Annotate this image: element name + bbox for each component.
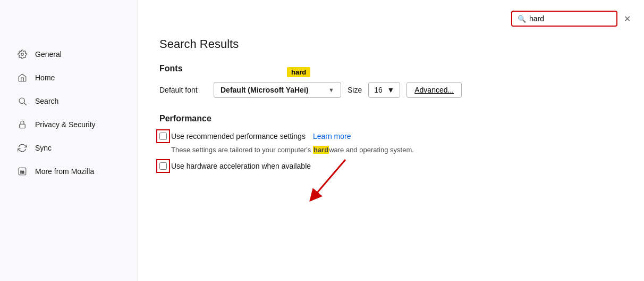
sidebar-label-sync: Sync [35, 144, 52, 152]
size-value: 16 [374, 86, 383, 94]
checkbox2-label: Use hardware acceleration when available [171, 162, 311, 170]
clear-search-button[interactable]: ✕ [621, 12, 633, 25]
main-content: 🔍 ✕ Search Results Fonts hard Default fo… [138, 0, 644, 281]
search-nav-icon [17, 96, 28, 106]
sidebar: General Home Search [0, 0, 138, 281]
sidebar-item-home[interactable]: Home [4, 67, 133, 88]
default-font-label: Default font [159, 86, 207, 94]
checkbox1-wrapper: Use recommended performance settings [159, 132, 306, 140]
sidebar-label-home: Home [35, 73, 55, 82]
learn-more-link[interactable]: Learn more [313, 132, 351, 140]
font-dropdown[interactable]: Default (Microsoft YaHei) ▼ [214, 82, 341, 98]
sidebar-item-general[interactable]: General [4, 44, 133, 65]
hardware-acceleration-row: Use hardware acceleration when available [159, 162, 623, 170]
gear-icon [17, 49, 28, 60]
sidebar-item-sync[interactable]: Sync [4, 137, 133, 159]
performance-section-title: Performance [159, 114, 623, 123]
description-text: These settings are tailored to your comp… [171, 145, 623, 155]
search-input-wrapper: 🔍 [511, 11, 617, 27]
svg-rect-3 [20, 124, 26, 128]
sidebar-label-privacy: Privacy & Security [35, 120, 96, 129]
font-dropdown-value: Default (Microsoft YaHei) [221, 86, 308, 94]
sidebar-item-search[interactable]: Search [4, 90, 133, 112]
hardware-acceleration-checkbox[interactable] [159, 162, 167, 170]
svg-point-0 [21, 53, 24, 56]
sidebar-item-mozilla[interactable]: m More from Mozilla [4, 161, 133, 182]
search-bar-area: 🔍 ✕ [511, 11, 633, 27]
search-icon: 🔍 [518, 15, 526, 23]
fonts-section-title: Fonts [159, 64, 623, 73]
font-row: hard Default font Default (Microsoft YaH… [159, 82, 623, 98]
lock-icon [17, 119, 28, 130]
search-input[interactable] [529, 14, 611, 23]
hard-highlight-inline: hard [313, 146, 329, 154]
recommended-settings-checkbox[interactable] [159, 133, 167, 140]
description-suffix: ware and operating system. [329, 146, 414, 154]
sidebar-label-mozilla: More from Mozilla [35, 167, 94, 176]
advanced-button[interactable]: Advanced... [406, 82, 462, 98]
home-icon [17, 72, 28, 83]
svg-point-1 [19, 98, 25, 104]
recommended-settings-row: Use recommended performance settings Lea… [159, 132, 623, 140]
sidebar-label-general: General [35, 50, 62, 59]
sidebar-label-search: Search [35, 97, 58, 105]
fonts-section: Fonts hard Default font Default (Microso… [159, 64, 623, 98]
svg-line-2 [24, 103, 26, 105]
chevron-down-icon: ▼ [328, 87, 334, 93]
svg-text:m: m [20, 170, 24, 175]
sync-icon [17, 143, 28, 153]
size-label: Size [348, 86, 362, 94]
checkbox1-label: Use recommended performance settings [171, 132, 306, 140]
performance-section: Performance Use recommended performance … [159, 114, 623, 170]
page-title: Search Results [159, 37, 623, 51]
sidebar-item-privacy[interactable]: Privacy & Security [4, 114, 133, 135]
size-chevron-icon: ▼ [387, 86, 394, 94]
checkbox2-wrapper: Use hardware acceleration when available [159, 162, 311, 170]
description-prefix: These settings are tailored to your comp… [171, 146, 313, 154]
advanced-label: Advanced... [414, 86, 454, 94]
size-dropdown[interactable]: 16 ▼ [368, 82, 400, 98]
mozilla-icon: m [17, 166, 28, 177]
hard-highlight-tooltip: hard [287, 67, 310, 77]
